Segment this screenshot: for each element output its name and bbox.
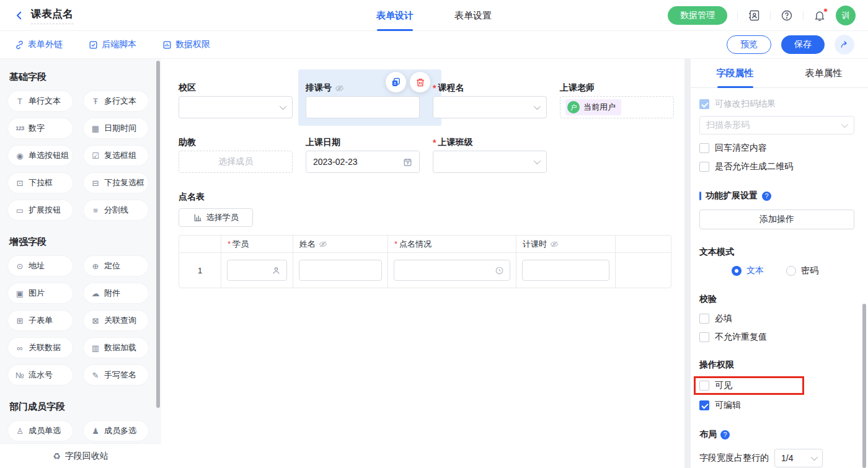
sidebar-item-dropdown[interactable]: ⊡下拉框 xyxy=(8,173,73,193)
no-duplicate-option[interactable]: 不允许重复值 xyxy=(699,332,854,342)
field-assistant[interactable]: 助教 选择成员 xyxy=(179,136,306,173)
student-cell-input[interactable] xyxy=(227,260,287,281)
radio-unselected-icon xyxy=(786,266,796,276)
sidebar-item-multi-line-text[interactable]: Ŧ多行文本 xyxy=(84,91,148,111)
sidebar-item-linked-data[interactable]: ∞关联数据 xyxy=(8,338,73,358)
radio-password-mode[interactable]: 密码 xyxy=(786,265,818,276)
field-campus[interactable]: 校区 xyxy=(179,82,306,118)
backend-script-menu[interactable]: 后端脚本 xyxy=(89,39,136,50)
class-date-input[interactable]: 2023-02-23 xyxy=(306,151,420,173)
notification-bell-icon[interactable] xyxy=(813,9,826,22)
sidebar-item-image[interactable]: ▣图片 xyxy=(8,283,73,303)
section-member-fields: 部门成员字段 xyxy=(9,401,161,413)
checkbox-group-icon: ☑ xyxy=(91,151,100,161)
share-button[interactable] xyxy=(835,35,854,55)
field-class-date[interactable]: 上课日期 2023-02-23 xyxy=(306,136,433,173)
help-icon[interactable] xyxy=(781,9,793,22)
sidebar-item-divider[interactable]: ≡分割线 xyxy=(84,200,148,220)
sidebar-item-data-load[interactable]: ▥数据加载 xyxy=(84,338,148,358)
script-icon xyxy=(89,40,98,50)
campus-select[interactable] xyxy=(179,96,293,118)
sidebar-item-member-single[interactable]: ♙成员单选 xyxy=(8,421,73,441)
layout-header: 布局 xyxy=(699,429,854,440)
editable-checkbox[interactable] xyxy=(699,400,709,410)
panel-scrollbar[interactable] xyxy=(862,304,866,468)
page-title[interactable]: 课表点名 xyxy=(31,7,73,24)
add-action-button[interactable]: 添加操作 xyxy=(699,210,854,229)
preview-button[interactable]: 预览 xyxy=(727,35,771,54)
sidebar-item-signature[interactable]: ✎手写签名 xyxy=(84,365,148,385)
tab-form-design[interactable]: 表单设计 xyxy=(376,0,414,31)
assistant-member-box[interactable]: 选择成员 xyxy=(179,151,293,173)
delete-field-button[interactable] xyxy=(410,72,430,92)
basic-fields-grid: T单行文本Ŧ多行文本123数字▦日期时间◉单选按钮组☑复选框组⊡下拉框⊟下拉复选… xyxy=(8,91,151,220)
multi-dropdown-icon: ⊟ xyxy=(91,179,100,188)
radio-text-mode[interactable]: 文本 xyxy=(732,265,764,276)
required-option[interactable]: 必填 xyxy=(699,314,854,324)
required-checkbox[interactable] xyxy=(699,314,709,324)
address-book-icon[interactable] xyxy=(748,9,760,22)
tab-form-settings[interactable]: 表单设置 xyxy=(454,0,492,31)
sidebar-item-extend-button[interactable]: ▭扩展按钮 xyxy=(8,200,73,220)
extension-settings-header: 功能扩展设置 xyxy=(699,190,854,201)
sidebar-item-checkbox-group[interactable]: ☑复选框组 xyxy=(84,146,148,166)
save-button[interactable]: 保存 xyxy=(781,35,825,54)
data-permission-menu[interactable]: 数据权限 xyxy=(162,39,210,50)
back-button[interactable] xyxy=(14,10,25,21)
sidebar-item-multi-dropdown[interactable]: ⊟下拉复选框 xyxy=(84,173,148,193)
clear-on-enter-option[interactable]: 回车清空内容 xyxy=(699,143,854,153)
sidebar-item-radio-group[interactable]: ◉单选按钮组 xyxy=(8,146,73,166)
header-hours: 计课时 xyxy=(516,236,616,252)
copy-field-button[interactable] xyxy=(386,72,406,92)
sidebar-scrollbar[interactable] xyxy=(156,61,160,408)
data-manage-button[interactable]: 数据管理 xyxy=(668,6,727,25)
no-duplicate-checkbox[interactable] xyxy=(699,332,709,342)
external-link-menu[interactable]: 表单外链 xyxy=(15,39,63,50)
allow-qrcode-option[interactable]: 是否允许生成二维码 xyxy=(699,162,854,172)
sidebar-item-number[interactable]: 123数字 xyxy=(8,118,73,138)
visible-checkbox[interactable] xyxy=(699,381,709,391)
help-badge-icon[interactable] xyxy=(720,430,730,439)
user-avatar[interactable]: 训 xyxy=(836,6,856,25)
clear-on-enter-checkbox[interactable] xyxy=(699,143,709,153)
tab-form-properties[interactable]: 表单属性 xyxy=(779,59,868,87)
sidebar-item-location[interactable]: ⊕定位 xyxy=(84,256,148,276)
field-roll-call-table[interactable]: 点名表 选择学员 *学员 姓名 *点名情况 计课时 1 xyxy=(179,192,671,288)
field-schedule-no[interactable]: 排课号 xyxy=(306,82,433,118)
bar-chart-icon xyxy=(193,213,202,222)
field-width-select[interactable]: 1/4 xyxy=(774,449,823,467)
sidebar-item-address[interactable]: ⊙地址 xyxy=(8,256,73,276)
field-course-name[interactable]: *课程名 xyxy=(433,82,560,118)
field-teacher[interactable]: 上课老师 户 当前用户 xyxy=(560,82,687,118)
modify-scan-result-option: 可修改扫码结果 xyxy=(699,99,854,109)
assistant-placeholder: 选择成员 xyxy=(179,156,292,167)
header-status: *点名情况 xyxy=(388,236,516,252)
course-name-select[interactable] xyxy=(433,96,547,118)
sidebar-item-attachment[interactable]: ☁附件 xyxy=(84,283,148,303)
tab-field-properties[interactable]: 字段属性 xyxy=(691,59,779,87)
schedule-no-input[interactable] xyxy=(306,96,420,118)
allow-qrcode-checkbox[interactable] xyxy=(699,162,709,172)
field-recycle-bin[interactable]: ♻ 字段回收站 xyxy=(0,443,161,468)
class-group-select[interactable] xyxy=(433,151,547,173)
help-badge-icon[interactable] xyxy=(762,192,771,201)
visible-option-highlight[interactable]: 可见 xyxy=(694,376,804,395)
select-students-button[interactable]: 选择学员 xyxy=(179,208,253,227)
radio-selected-icon xyxy=(732,266,742,276)
field-class-group[interactable]: *上课班级 xyxy=(433,136,560,173)
name-cell-input[interactable] xyxy=(299,260,382,281)
sidebar-item-single-line-text[interactable]: T单行文本 xyxy=(8,91,73,111)
row-index: 1 xyxy=(179,253,221,288)
teacher-member-box[interactable]: 户 当前用户 xyxy=(560,96,674,118)
hours-cell-input[interactable] xyxy=(522,260,609,281)
eye-off-icon xyxy=(550,240,559,249)
header-name: 姓名 xyxy=(293,236,388,252)
sidebar-item-linked-query[interactable]: ⊠关联查询 xyxy=(84,311,148,330)
chevron-down-icon xyxy=(811,454,818,461)
sidebar-item-subform[interactable]: ⊞子表单 xyxy=(8,311,73,330)
sidebar-item-member-multi[interactable]: ♟成员多选 xyxy=(84,421,148,441)
sidebar-item-datetime[interactable]: ▦日期时间 xyxy=(84,118,148,138)
sidebar-item-serial-number[interactable]: №流水号 xyxy=(8,365,73,385)
status-cell-input[interactable] xyxy=(394,260,510,281)
editable-option[interactable]: 可编辑 xyxy=(699,400,854,410)
